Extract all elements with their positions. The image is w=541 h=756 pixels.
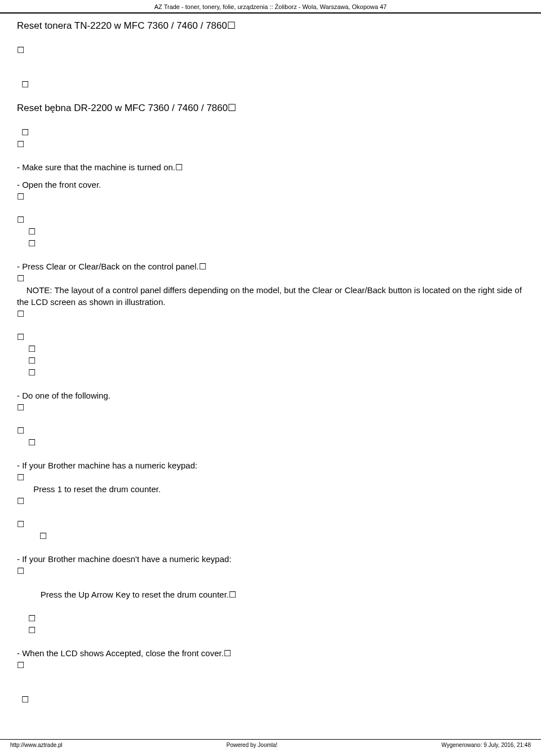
step-press-clear: - Press Clear or Clear/Back on the contr…	[17, 260, 524, 272]
placeholder-line: ☐	[17, 366, 524, 378]
placeholder-line: ☐	[17, 237, 524, 249]
placeholder-line: ☐	[17, 530, 524, 542]
placeholder-icon: ☐	[224, 648, 231, 658]
placeholder-line: ☐	[17, 471, 524, 483]
placeholder-icon: ☐	[229, 590, 236, 599]
placeholder-icon: ☐	[228, 103, 236, 113]
note-text: NOTE: The layout of a control panel diff…	[17, 284, 524, 308]
step-turn-on: - Make sure that the machine is turned o…	[17, 161, 524, 173]
substep-press-up: Press the Up Arrow Key to reset the drum…	[17, 577, 524, 612]
substep-press-1: Press 1 to reset the drum counter.	[17, 483, 524, 495]
placeholder-line: ☐	[17, 226, 524, 237]
heading-toner-reset: Reset tonera TN-2220 w MFC 7360 / 7460 /…	[17, 19, 524, 33]
placeholder-line: ☐	[17, 78, 524, 90]
footer-timestamp: Wygenerowano: 9 July, 2016, 21:48	[441, 742, 531, 748]
step-numeric-keypad: - If your Brother machine has a numeric …	[17, 459, 524, 471]
placeholder-line: ☐	[17, 191, 524, 202]
placeholder-line: ☐	[17, 272, 524, 284]
placeholder-line: ☐	[17, 436, 524, 448]
placeholder-line: ☐	[17, 624, 524, 636]
placeholder-line: ☐	[17, 355, 524, 366]
placeholder-line: ☐	[17, 138, 524, 150]
step-close-cover: - When the LCD shows Accepted, close the…	[17, 647, 524, 659]
placeholder-icon: ☐	[199, 262, 206, 271]
placeholder-line: ☐	[17, 495, 524, 507]
placeholder-line: ☐	[17, 44, 524, 56]
placeholder-icon: ☐	[227, 20, 236, 31]
footer-generator: Powered by Joomla!	[227, 742, 278, 748]
header-title: AZ Trade - toner, tonery, folie, urządze…	[154, 3, 387, 10]
footer-url: http://www.aztrade.pl	[10, 742, 63, 748]
placeholder-line: ☐	[17, 659, 524, 671]
placeholder-line: ☐	[17, 693, 524, 705]
placeholder-line: ☐	[17, 343, 524, 355]
placeholder-line: ☐	[17, 518, 524, 530]
placeholder-line: ☐	[17, 565, 524, 577]
placeholder-line: ☐	[17, 425, 524, 436]
step-do-one: - Do one of the following.	[17, 390, 524, 401]
step-open-cover: - Open the front cover.	[17, 179, 524, 191]
page-footer: http://www.aztrade.pl Powered by Joomla!…	[0, 739, 541, 751]
placeholder-line: ☐	[17, 612, 524, 624]
placeholder-line: ☐	[17, 126, 524, 138]
placeholder-line: ☐	[17, 401, 524, 413]
placeholder-line: ☐	[17, 214, 524, 226]
placeholder-line: ☐	[17, 331, 524, 343]
page-header: AZ Trade - toner, tonery, folie, urządze…	[0, 0, 541, 14]
heading-drum-reset: Reset bębna DR-2200 w MFC 7360 / 7460 / …	[17, 101, 524, 115]
placeholder-icon: ☐	[175, 162, 183, 172]
step-no-numeric-keypad: - If your Brother machine doesn't have a…	[17, 553, 524, 565]
document-content: Reset tonera TN-2220 w MFC 7360 / 7460 /…	[0, 14, 541, 705]
placeholder-line: ☐	[17, 308, 524, 320]
